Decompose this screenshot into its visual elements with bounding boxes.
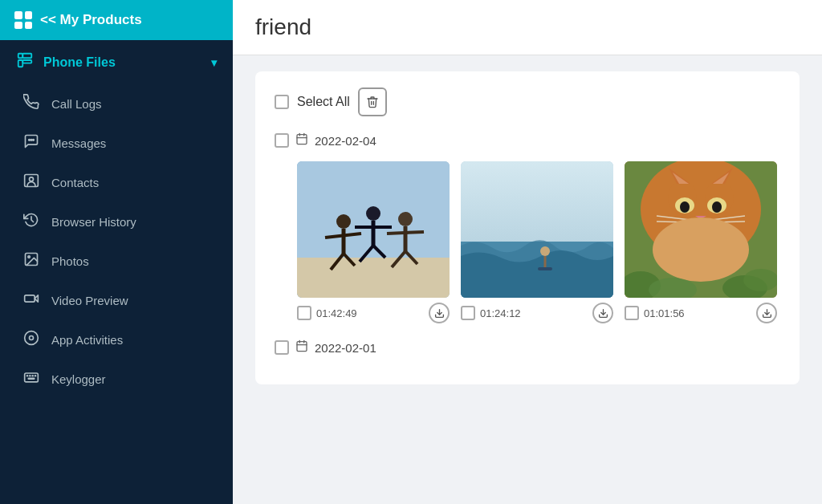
svg-point-70 — [743, 269, 777, 291]
download-icon-2 — [598, 308, 608, 319]
photos-card: Select All — [255, 71, 800, 384]
svg-rect-26 — [297, 258, 450, 298]
grid-icon — [14, 11, 32, 29]
messages-label: Messages — [51, 136, 106, 150]
date-row-2: 2022-02-01 — [275, 339, 780, 356]
select-all-label: Select All — [297, 95, 350, 109]
photo-3-download-button[interactable] — [756, 303, 777, 323]
calendar-icon-1 — [295, 132, 308, 148]
messages-icon — [22, 133, 40, 153]
photo-meta-2: 01:24:12 — [461, 303, 613, 323]
back-nav[interactable]: << My Products — [0, 0, 233, 40]
photos-icon — [22, 251, 40, 271]
svg-point-13 — [25, 331, 39, 345]
sidebar-item-app-activities[interactable]: App Activities — [0, 320, 233, 360]
svg-rect-72 — [297, 342, 307, 352]
keylogger-label: Keylogger — [51, 372, 106, 386]
photo-item-2: 01:24:12 — [461, 161, 613, 323]
photo-meta-3: 01:01:56 — [625, 303, 777, 323]
sidebar: << My Products Phone Files ▾ Call Logs — [0, 0, 233, 504]
photo-thumb-3 — [625, 161, 777, 298]
delete-button[interactable] — [358, 87, 387, 116]
sidebar-item-call-logs[interactable]: Call Logs — [0, 84, 233, 124]
date-label-2: 2022-02-01 — [315, 341, 376, 355]
photo-image-2 — [461, 161, 613, 298]
sidebar-item-contacts[interactable]: Contacts — [0, 163, 233, 202]
svg-point-6 — [33, 140, 35, 141]
keylogger-icon — [22, 369, 40, 389]
photo-3-checkbox[interactable] — [625, 306, 639, 320]
photo-time-3: 01:01:56 — [644, 307, 751, 319]
photo-2-checkbox[interactable] — [461, 306, 475, 320]
date-row-1: 2022-02-04 — [275, 132, 780, 148]
svg-rect-3 — [22, 60, 31, 63]
svg-point-60 — [712, 201, 722, 213]
video-preview-icon — [22, 291, 40, 311]
select-all-checkbox[interactable] — [275, 95, 289, 109]
date-label-1: 2022-02-04 — [315, 134, 376, 148]
sidebar-item-browser-history[interactable]: Browser History — [0, 202, 233, 242]
photo-item-1: 01:42:49 — [297, 161, 450, 323]
svg-rect-1 — [22, 54, 31, 59]
call-logs-icon — [22, 94, 40, 114]
photos-label: Photos — [51, 254, 89, 268]
phone-files-label: Phone Files — [43, 55, 116, 70]
sidebar-item-messages[interactable]: Messages — [0, 124, 233, 163]
download-icon-3 — [762, 308, 772, 319]
photo-image-1 — [297, 161, 450, 298]
photo-1-download-button[interactable] — [429, 303, 450, 323]
date-group-2-checkbox[interactable] — [275, 340, 289, 355]
svg-line-39 — [387, 232, 424, 234]
phone-files-icon — [16, 51, 34, 73]
svg-point-4 — [29, 140, 31, 141]
sidebar-main-phone-files[interactable]: Phone Files ▾ — [0, 40, 233, 84]
chevron-down-icon: ▾ — [211, 56, 217, 69]
photo-time-1: 01:42:49 — [316, 307, 424, 319]
main-content: friend Select All — [233, 0, 822, 504]
sidebar-item-photos[interactable]: Photos — [0, 242, 233, 281]
download-icon-1 — [434, 308, 445, 319]
page-header: friend — [233, 0, 822, 55]
contacts-label: Contacts — [51, 176, 99, 189]
browser-history-icon — [22, 212, 40, 232]
svg-rect-47 — [538, 267, 552, 270]
photo-time-2: 01:24:12 — [480, 307, 588, 319]
contacts-icon — [22, 173, 40, 193]
photos-grid-1: 01:42:49 — [297, 161, 780, 323]
svg-point-45 — [540, 246, 550, 256]
back-nav-label: << My Products — [40, 12, 142, 28]
svg-point-32 — [366, 206, 380, 221]
photo-thumb-2 — [461, 161, 613, 298]
photo-2-download-button[interactable] — [592, 303, 613, 323]
svg-rect-21 — [297, 135, 307, 144]
photo-meta-1: 01:42:49 — [297, 303, 450, 323]
photo-1-checkbox[interactable] — [297, 306, 311, 320]
video-preview-label: Video Preview — [51, 294, 128, 307]
svg-point-59 — [680, 201, 690, 213]
app-activities-label: App Activities — [51, 333, 123, 347]
sidebar-item-video-preview[interactable]: Video Preview — [0, 281, 233, 320]
call-logs-label: Call Logs — [51, 97, 102, 111]
photo-thumb-1 — [297, 161, 450, 298]
page-title: friend — [255, 14, 800, 40]
app-activities-icon — [22, 330, 40, 350]
svg-point-8 — [30, 177, 34, 181]
select-all-row: Select All — [275, 87, 780, 116]
svg-point-37 — [398, 212, 413, 226]
calendar-icon-2 — [295, 339, 308, 356]
photo-item-3: 01:01:56 — [625, 161, 777, 323]
svg-point-10 — [28, 256, 31, 258]
date-group-1-checkbox[interactable] — [275, 133, 289, 148]
photo-image-3 — [625, 161, 777, 298]
svg-point-27 — [336, 214, 351, 229]
sidebar-item-keylogger[interactable]: Keylogger — [0, 360, 233, 399]
browser-history-label: Browser History — [51, 215, 136, 229]
main-body: Select All — [233, 55, 822, 504]
svg-point-14 — [30, 336, 34, 340]
svg-rect-11 — [25, 295, 35, 302]
svg-point-5 — [31, 140, 32, 141]
svg-point-66 — [653, 217, 749, 282]
trash-icon — [366, 96, 379, 108]
